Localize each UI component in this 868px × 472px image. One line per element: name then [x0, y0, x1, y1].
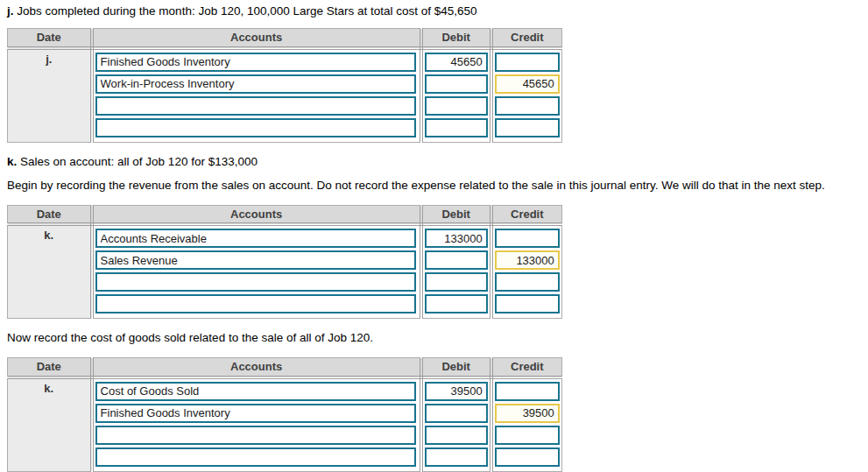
cogs-instruction: Now record the cost of goods sold relate… [7, 331, 868, 344]
column-header-credit: Credit [491, 29, 562, 48]
debit-input[interactable] [425, 404, 488, 423]
accounts-column [92, 224, 421, 319]
credit-input-highlighted[interactable] [495, 404, 560, 423]
prompt-k-label: k. [7, 155, 17, 168]
account-input[interactable] [95, 382, 416, 401]
debit-column [421, 224, 491, 319]
credit-input[interactable] [495, 426, 560, 445]
column-header-accounts: Accounts [92, 29, 421, 48]
debit-input[interactable] [425, 96, 488, 116]
debit-column [421, 377, 491, 472]
debit-input[interactable] [425, 229, 488, 248]
column-header-debit: Debit [421, 358, 491, 377]
prompt-k: k. Sales on account: all of Job 120 for … [7, 155, 868, 168]
credit-input[interactable] [495, 118, 560, 137]
table-header-row: Date Accounts Debit Credit [8, 205, 562, 224]
column-header-date: Date [8, 29, 92, 48]
table-body-row: k. [8, 377, 562, 472]
credit-input[interactable] [495, 447, 560, 467]
credit-input[interactable] [495, 272, 560, 292]
debit-input[interactable] [425, 53, 488, 72]
column-header-date: Date [8, 358, 92, 377]
credit-input[interactable] [495, 96, 560, 116]
debit-input[interactable] [425, 74, 488, 94]
debit-input[interactable] [425, 294, 488, 313]
debit-input[interactable] [425, 382, 488, 401]
credit-input-highlighted[interactable] [495, 74, 560, 94]
column-header-credit: Credit [491, 358, 562, 377]
account-input[interactable] [95, 118, 416, 137]
debit-column [421, 48, 491, 143]
table-body-row: j. [8, 48, 562, 143]
account-input[interactable] [95, 74, 416, 94]
journal-table-sales-revenue: Date Accounts Debit Credit k. [7, 205, 562, 320]
revenue-instruction: Begin by recording the revenue from the … [7, 179, 868, 192]
account-input[interactable] [95, 229, 416, 248]
debit-input[interactable] [425, 118, 488, 137]
credit-input[interactable] [495, 294, 560, 313]
date-cell: j. [8, 48, 92, 143]
journal-table-jobs-completed: Date Accounts Debit Credit j. [7, 28, 562, 143]
credit-column [491, 224, 562, 319]
account-input[interactable] [95, 53, 416, 72]
account-input[interactable] [95, 404, 416, 423]
credit-input[interactable] [495, 229, 560, 248]
accounts-column [92, 48, 421, 143]
account-input[interactable] [95, 272, 416, 292]
table-header-row: Date Accounts Debit Credit [8, 29, 562, 48]
column-header-accounts: Accounts [92, 205, 421, 224]
prompt-j: j. Jobs completed during the month: Job … [7, 4, 868, 18]
date-cell: k. [8, 377, 92, 472]
column-header-debit: Debit [421, 205, 491, 224]
prompt-j-text: Jobs completed during the month: Job 120… [14, 4, 477, 18]
date-cell: k. [8, 224, 92, 319]
debit-input[interactable] [425, 272, 488, 292]
credit-input[interactable] [495, 53, 560, 72]
table-body-row: k. [8, 224, 562, 319]
table-header-row: Date Accounts Debit Credit [8, 358, 562, 377]
debit-input[interactable] [425, 426, 488, 445]
debit-input[interactable] [425, 447, 488, 467]
accounts-column [92, 377, 421, 472]
account-input[interactable] [95, 96, 416, 116]
credit-column [491, 377, 562, 472]
prompt-k-text: Sales on account: all of Job 120 for $13… [17, 155, 258, 168]
account-input[interactable] [95, 294, 416, 313]
column-header-credit: Credit [491, 205, 562, 224]
column-header-accounts: Accounts [92, 358, 421, 377]
column-header-date: Date [8, 205, 92, 224]
account-input[interactable] [95, 250, 416, 270]
column-header-debit: Debit [421, 29, 491, 48]
credit-input[interactable] [495, 382, 560, 401]
account-input[interactable] [95, 426, 416, 445]
credit-column [491, 48, 562, 143]
journal-table-cost-of-goods-sold: Date Accounts Debit Credit k. [7, 357, 562, 472]
account-input[interactable] [95, 447, 416, 467]
prompt-j-label: j. [7, 4, 14, 18]
debit-input[interactable] [425, 250, 488, 270]
credit-input-highlighted[interactable] [495, 250, 560, 270]
journal-entry-worksheet: j. Jobs completed during the month: Job … [0, 0, 868, 472]
